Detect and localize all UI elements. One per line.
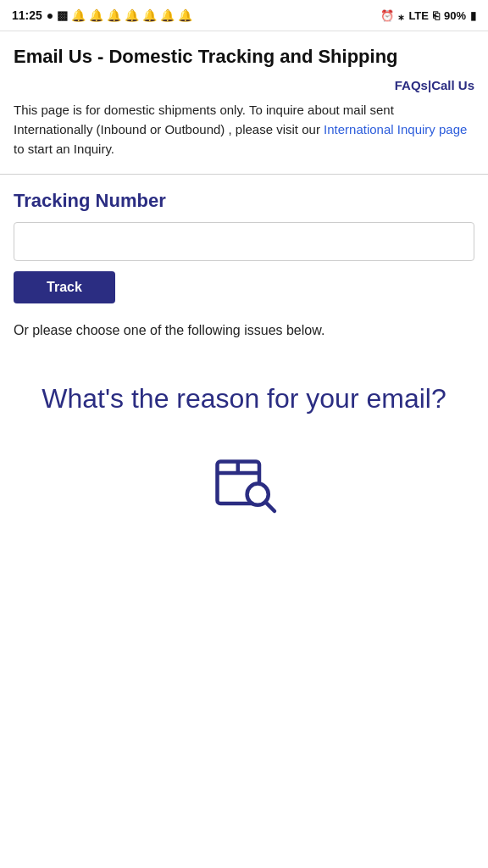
time-display: 11:25 (12, 8, 42, 22)
bell-icon-5: 🔔 (142, 8, 157, 22)
track-button[interactable]: Track (14, 271, 115, 303)
status-right: ⏰ ⁎ LTE ⎗ 90% ▮ (380, 9, 476, 22)
section-divider (0, 174, 488, 175)
status-left: 11:25 ● ▩ 🔔 🔔 🔔 🔔 🔔 🔔 🔔 (12, 8, 192, 22)
message-icon: ▩ (57, 8, 68, 22)
bluetooth-icon: ⁎ (398, 9, 404, 22)
faqs-label: FAQs (395, 78, 428, 92)
tracking-label: Tracking Number (14, 190, 474, 212)
call-us-label: Call Us (431, 78, 474, 92)
bell-icon-4: 🔔 (125, 8, 139, 22)
signal-icon: ⎗ (433, 9, 440, 22)
lte-indicator: LTE (408, 9, 429, 22)
faqs-row: FAQs|Call Us (14, 78, 474, 93)
reason-title: What's the reason for your email? (14, 381, 474, 417)
bell-icon-6: 🔔 (160, 8, 175, 22)
page-title: Email Us - Domestic Tracking and Shippin… (14, 45, 474, 70)
alarm-icon: ⏰ (380, 9, 394, 22)
or-choose-text: Or please choose one of the following is… (0, 303, 488, 348)
description-text: This page is for domestic shipments only… (14, 100, 474, 159)
package-search-icon (206, 442, 282, 522)
battery-percent: 90% (444, 9, 466, 22)
bell-icon-1: 🔔 (71, 8, 86, 22)
international-inquiry-link[interactable]: International Inquiry page (324, 122, 467, 136)
tracking-section: Tracking Number Track (0, 190, 488, 303)
tracking-number-input[interactable] (14, 222, 474, 261)
package-search-icon-wrapper (14, 442, 474, 522)
bell-icon-2: 🔔 (89, 8, 103, 22)
notification-icons: ● ▩ 🔔 🔔 🔔 🔔 🔔 🔔 🔔 (47, 8, 192, 22)
bell-icon-7: 🔔 (178, 8, 192, 22)
circle-icon: ● (47, 8, 53, 22)
reason-section: What's the reason for your email? (0, 348, 488, 539)
description-part2: to start an Inquiry. (14, 142, 114, 156)
faqs-link[interactable]: FAQs|Call Us (395, 78, 474, 92)
bell-icon-3: 🔔 (107, 8, 121, 22)
main-content: Email Us - Domestic Tracking and Shippin… (0, 31, 488, 159)
svg-line-4 (265, 502, 274, 511)
status-bar: 11:25 ● ▩ 🔔 🔔 🔔 🔔 🔔 🔔 🔔 ⏰ ⁎ LTE ⎗ 90% ▮ (0, 0, 488, 31)
battery-icon: ▮ (470, 9, 476, 22)
int-link-text: International Inquiry page (324, 122, 467, 136)
